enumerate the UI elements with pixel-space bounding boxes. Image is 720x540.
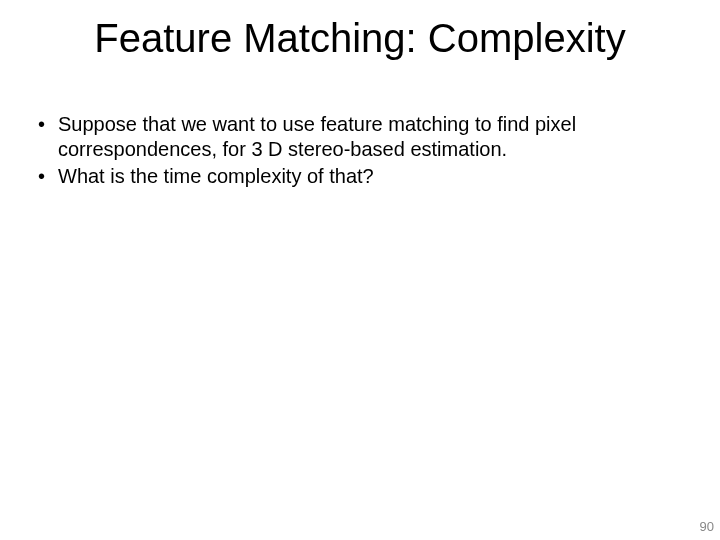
bullet-list: Suppose that we want to use feature matc…: [36, 112, 684, 189]
slide: Feature Matching: Complexity Suppose tha…: [0, 0, 720, 540]
list-item: Suppose that we want to use feature matc…: [36, 112, 684, 162]
list-item: What is the time complexity of that?: [36, 164, 684, 189]
page-number: 90: [700, 519, 714, 534]
slide-title: Feature Matching: Complexity: [0, 16, 720, 61]
slide-body: Suppose that we want to use feature matc…: [36, 112, 684, 191]
